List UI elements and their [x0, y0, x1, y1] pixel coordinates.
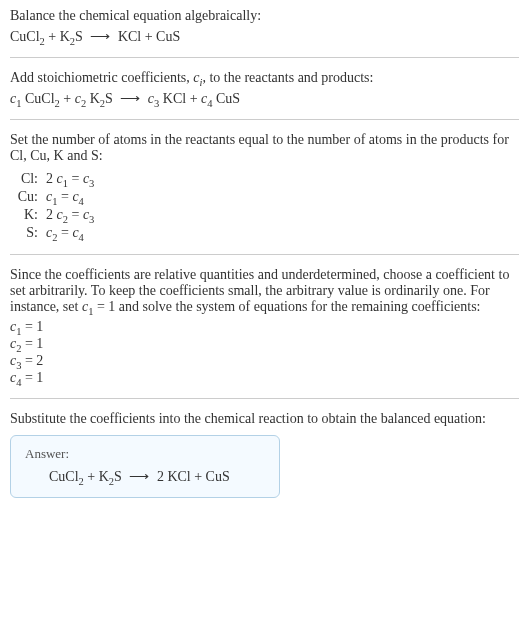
coefficient-value: c1 = 1: [10, 319, 519, 335]
coefficient-value: c3 = 2: [10, 353, 519, 369]
section-atom-equations: Set the number of atoms in the reactants…: [10, 119, 519, 242]
table-row: Cl: 2 c1 = c3: [10, 170, 100, 188]
section-add-coefficients: Add stoichiometric coefficients, ci, to …: [10, 57, 519, 107]
section-title: Set the number of atoms in the reactants…: [10, 132, 519, 164]
element-label: Cl:: [10, 170, 46, 188]
element-label: K:: [10, 206, 46, 224]
section-title: Since the coefficients are relative quan…: [10, 267, 519, 315]
section-title: Balance the chemical equation algebraica…: [10, 8, 519, 24]
element-label: S:: [10, 224, 46, 242]
element-equation: c2 = c4: [46, 224, 100, 242]
section-balance-prompt: Balance the chemical equation algebraica…: [10, 8, 519, 45]
atom-balance-table: Cl: 2 c1 = c3 Cu: c1 = c4 K: 2 c2 = c3 S…: [10, 170, 100, 242]
table-row: Cu: c1 = c4: [10, 188, 100, 206]
table-row: S: c2 = c4: [10, 224, 100, 242]
coefficient-value: c4 = 1: [10, 370, 519, 386]
section-solve-coefficients: Since the coefficients are relative quan…: [10, 254, 519, 386]
coefficient-equation: c1 CuCl2 + c2 K2S ⟶ c3 KCl + c4 CuS: [10, 90, 519, 107]
element-label: Cu:: [10, 188, 46, 206]
table-row: K: 2 c2 = c3: [10, 206, 100, 224]
answer-box: Answer: CuCl2 + K2S ⟶ 2 KCl + CuS: [10, 435, 280, 498]
section-substitute: Substitute the coefficients into the che…: [10, 398, 519, 498]
element-equation: 2 c1 = c3: [46, 170, 100, 188]
coefficient-solutions: c1 = 1 c2 = 1 c3 = 2 c4 = 1: [10, 319, 519, 386]
section-title: Substitute the coefficients into the che…: [10, 411, 519, 427]
element-equation: 2 c2 = c3: [46, 206, 100, 224]
unbalanced-equation: CuCl2 + K2S ⟶ KCl + CuS: [10, 28, 519, 45]
balanced-equation: CuCl2 + K2S ⟶ 2 KCl + CuS: [25, 468, 265, 485]
section-title: Add stoichiometric coefficients, ci, to …: [10, 70, 519, 86]
element-equation: c1 = c4: [46, 188, 100, 206]
answer-label: Answer:: [25, 446, 265, 462]
coefficient-value: c2 = 1: [10, 336, 519, 352]
